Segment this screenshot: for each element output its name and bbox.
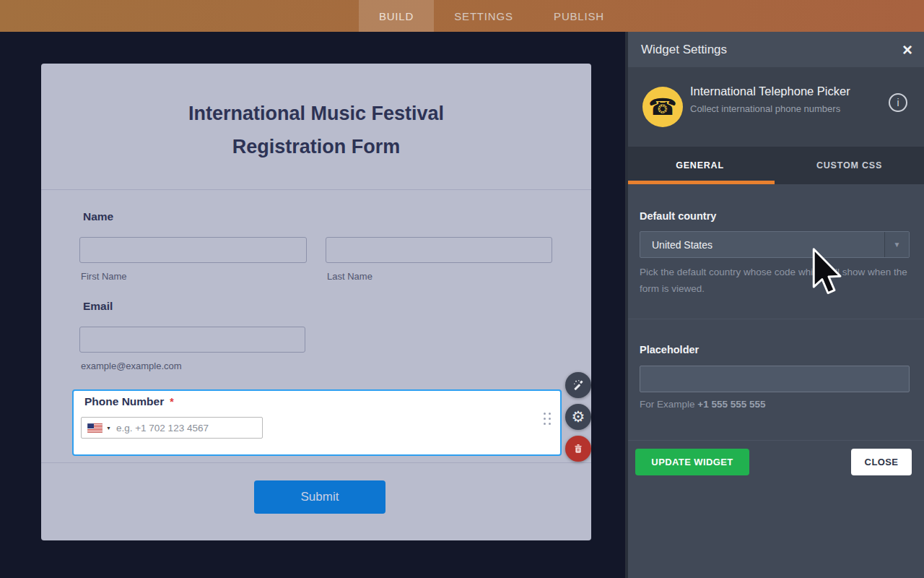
submit-button[interactable]: Submit bbox=[254, 480, 385, 514]
name-field-label: Name bbox=[83, 210, 113, 223]
widget-name: International Telephone Picker bbox=[690, 85, 850, 98]
tab-publish[interactable]: PUBLISH bbox=[533, 0, 624, 32]
widget-info-card: ☎ International Telephone Picker Collect… bbox=[625, 67, 924, 147]
tab-general[interactable]: GENERAL bbox=[625, 147, 775, 184]
top-navbar: BUILD SETTINGS PUBLISH bbox=[0, 0, 924, 32]
panel-actions: UPDATE WIDGET CLOSE bbox=[635, 449, 910, 475]
widget-settings-panel: Widget Settings × ☎ International Teleph… bbox=[625, 32, 924, 578]
caret-down-icon: ▼ bbox=[894, 241, 901, 249]
actions-divider bbox=[625, 440, 924, 441]
default-country-help: Pick the default country whose code whic… bbox=[640, 264, 910, 297]
submit-section: Submit bbox=[41, 462, 591, 540]
close-icon[interactable]: × bbox=[902, 41, 912, 59]
telephone-widget-icon: ☎ bbox=[642, 87, 683, 127]
delete-field-button[interactable] bbox=[565, 436, 591, 462]
email-field-label: Email bbox=[83, 300, 113, 313]
phone-number-input[interactable] bbox=[116, 418, 262, 437]
form-canvas: International Music Festival Registratio… bbox=[0, 32, 625, 578]
phone-field-selected[interactable]: Phone Number* ▼ bbox=[72, 389, 562, 456]
magic-wand-icon bbox=[572, 379, 585, 392]
tab-custom-css[interactable]: CUSTOM CSS bbox=[775, 147, 924, 184]
chevron-down-icon: ▼ bbox=[106, 426, 111, 431]
tab-settings[interactable]: SETTINGS bbox=[434, 0, 533, 32]
panel-content: Default country United States ▼ Pick the… bbox=[625, 210, 924, 475]
form-title: International Music Festival Registratio… bbox=[188, 97, 444, 163]
drag-handle[interactable] bbox=[544, 413, 553, 428]
panel-left-edge bbox=[625, 32, 628, 578]
default-country-value: United States bbox=[640, 232, 884, 257]
phone-input-group: ▼ bbox=[81, 417, 263, 439]
form-preview-card: International Music Festival Registratio… bbox=[41, 64, 591, 540]
tab-build[interactable]: BUILD bbox=[359, 0, 434, 32]
placeholder-help: For Example +1 555 555 555 bbox=[640, 399, 910, 410]
placeholder-label: Placeholder bbox=[640, 344, 910, 355]
info-icon[interactable]: i bbox=[889, 93, 907, 112]
us-flag-icon bbox=[87, 423, 103, 433]
default-country-select[interactable]: United States ▼ bbox=[640, 231, 910, 258]
placeholder-input[interactable] bbox=[640, 366, 910, 392]
update-widget-button[interactable]: UPDATE WIDGET bbox=[635, 449, 749, 475]
country-flag-dropdown[interactable]: ▼ bbox=[82, 423, 116, 433]
default-country-label: Default country bbox=[640, 210, 910, 222]
field-settings-button[interactable]: ⚙ bbox=[565, 404, 591, 430]
panel-tabbar: GENERAL CUSTOM CSS bbox=[625, 147, 924, 184]
required-asterisk: * bbox=[170, 396, 173, 407]
close-button[interactable]: CLOSE bbox=[851, 449, 912, 475]
trash-icon bbox=[572, 443, 584, 454]
phone-field-label: Phone Number* bbox=[84, 395, 174, 408]
first-name-input[interactable] bbox=[79, 237, 307, 263]
email-sublabel: example@example.com bbox=[81, 361, 182, 371]
dropdown-arrow-button[interactable]: ▼ bbox=[884, 232, 909, 257]
widget-description: Collect international phone numbers bbox=[690, 103, 840, 114]
form-header-section[interactable]: International Music Festival Registratio… bbox=[41, 64, 591, 190]
wizard-button[interactable] bbox=[565, 372, 591, 398]
section-divider bbox=[625, 319, 924, 319]
last-name-input[interactable] bbox=[326, 237, 552, 263]
gear-icon: ⚙ bbox=[572, 408, 585, 426]
panel-title: Widget Settings bbox=[641, 43, 902, 57]
panel-header: Widget Settings × bbox=[625, 32, 924, 67]
last-name-sublabel: Last Name bbox=[327, 271, 372, 282]
first-name-sublabel: First Name bbox=[81, 271, 127, 282]
email-input[interactable] bbox=[79, 327, 305, 353]
